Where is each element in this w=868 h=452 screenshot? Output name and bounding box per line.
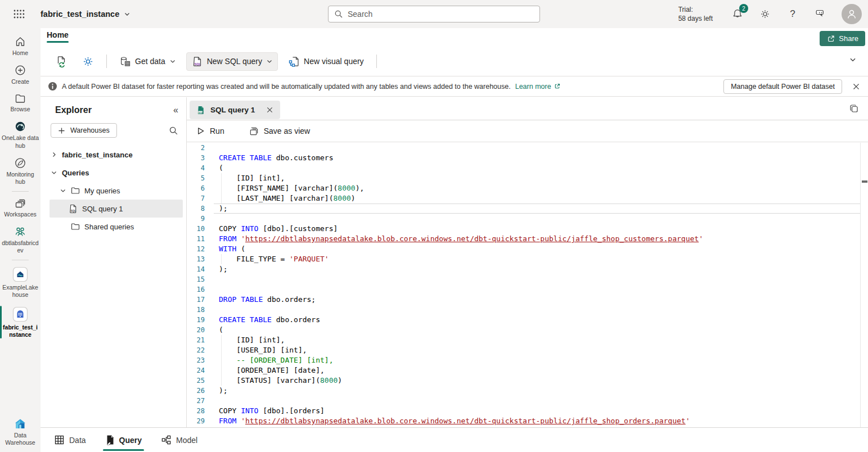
code-line-24[interactable]: 24 [ORDER_DATE] [date], <box>187 365 860 376</box>
get-data-button[interactable]: Get data <box>115 53 181 70</box>
gear-icon <box>759 8 771 20</box>
rail-item-onelake-data-hub[interactable]: OneLake data hub <box>0 116 41 152</box>
app-launcher-icon[interactable] <box>12 8 26 20</box>
play-icon <box>196 126 205 135</box>
bottom-tab-data[interactable]: Data <box>54 428 86 452</box>
rail-item-workspaces[interactable]: Workspaces <box>0 194 41 222</box>
rail-item-create[interactable]: Create <box>0 60 41 89</box>
code-line-27[interactable]: 27 <box>187 396 860 406</box>
chevron-down-icon <box>124 11 131 17</box>
rail-item-examplelakehouse[interactable]: ExampleLakehouse <box>0 263 41 302</box>
tree-item-warehouse-root[interactable]: fabric_test_instance <box>41 146 186 164</box>
code-line-10[interactable]: 10COPY INTO [dbo].[customers] <box>187 224 860 234</box>
get-data-icon <box>119 56 131 67</box>
code-line-26[interactable]: 26); <box>187 386 860 396</box>
avatar[interactable] <box>842 4 862 24</box>
learn-more-link[interactable]: Learn more <box>515 83 561 91</box>
rail-item-dbtlabsfabricdev[interactable]: dbtlabsfabricdev <box>0 222 41 257</box>
line-number: 5 <box>187 173 205 183</box>
code-line-4[interactable]: 4( <box>187 163 860 173</box>
toolbar-row: Get data SQL New SQL query New visual qu… <box>41 47 868 76</box>
code-line-6[interactable]: 6 [FIRST_NAME] [varchar](8000), <box>187 183 860 193</box>
feedback-button[interactable] <box>814 8 826 20</box>
refresh-button[interactable] <box>51 52 72 70</box>
grid-icon <box>54 435 65 445</box>
save-as-view-label: Save as view <box>264 126 310 135</box>
get-data-label: Get data <box>135 57 165 66</box>
code-line-28[interactable]: 28COPY INTO [dbo].[orders] <box>187 406 860 416</box>
code-line-18[interactable]: 18 <box>187 305 860 315</box>
notifications-button[interactable]: 2 <box>731 8 744 20</box>
banner-close-button[interactable] <box>850 80 862 93</box>
rail-item-label: Data Warehouse <box>2 432 39 446</box>
code-line-25[interactable]: 25 [STATUS] [varchar](8000) <box>187 376 860 386</box>
ribbon-expand-button[interactable] <box>849 56 857 64</box>
code-line-23[interactable]: 23 -- [ORDER_DATE] [int], <box>187 355 860 365</box>
save-as-view-button[interactable]: Save as view <box>249 126 310 136</box>
code-line-29[interactable]: 29FROM 'https://dbtlabsynapsedatalake.bl… <box>187 416 860 426</box>
rail-separator <box>12 260 29 260</box>
tab-home[interactable]: Home <box>47 30 69 39</box>
code-line-9[interactable]: 9 <box>187 214 860 224</box>
code-line-22[interactable]: 22 [USER_ID] [int], <box>187 345 860 355</box>
rail-item-home[interactable]: Home <box>0 31 41 60</box>
line-number: 17 <box>187 295 205 305</box>
code-line-7[interactable]: 7 [LAST_NAME] [varchar](8000) <box>187 193 860 204</box>
explorer-search-icon[interactable] <box>169 126 178 135</box>
code-line-20[interactable]: 20( <box>187 325 860 335</box>
sql-code-editor[interactable]: 23CREATE TABLE dbo.customers4(5 [ID] [in… <box>187 143 860 427</box>
new-visual-query-button[interactable]: New visual query <box>284 53 368 70</box>
code-line-3[interactable]: 3CREATE TABLE dbo.customers <box>187 153 860 163</box>
tree-item-my-queries[interactable]: My queries <box>41 182 186 200</box>
run-button[interactable]: Run <box>196 126 224 135</box>
rail-item-data-warehouse[interactable]: Data Warehouse <box>0 414 41 450</box>
monitoring-icon <box>14 157 26 169</box>
line-number: 16 <box>187 284 205 295</box>
tree-label: Queries <box>62 169 89 177</box>
settings-button[interactable] <box>759 8 771 20</box>
code-line-2[interactable]: 2 <box>187 143 860 153</box>
bottom-tab-query[interactable]: Query <box>105 428 142 452</box>
line-number: 7 <box>187 193 205 204</box>
warehouses-button[interactable]: Warehouses <box>51 123 117 138</box>
tab-sql-query-1[interactable]: SQL SQL query 1 <box>190 101 280 119</box>
code-line-11[interactable]: 11FROM 'https://dbtlabsynapsedatalake.bl… <box>187 234 860 244</box>
tree-item-shared-queries[interactable]: Shared queries <box>41 218 186 236</box>
query-settings-button[interactable] <box>78 53 98 70</box>
editor-overview-ruler[interactable] <box>860 143 868 427</box>
tree-item-sql-query-1[interactable]: SQL SQL query 1 <box>50 200 183 218</box>
tab-close-button[interactable] <box>264 105 275 115</box>
save-as-view-icon <box>249 126 259 136</box>
code-line-13[interactable]: 13 FILE_TYPE = 'PARQUET' <box>187 254 860 264</box>
svg-text:SQL: SQL <box>199 111 204 114</box>
code-line-5[interactable]: 5 [ID] [int], <box>187 173 860 183</box>
code-line-8[interactable]: 8); <box>187 204 860 214</box>
collapse-panel-icon[interactable]: « <box>173 105 178 115</box>
share-button[interactable]: Share <box>820 31 865 46</box>
chevron-down-icon <box>266 58 273 65</box>
code-line-21[interactable]: 21 [ID] [int], <box>187 335 860 345</box>
manage-default-dataset-button[interactable]: Manage default Power BI dataset <box>723 79 842 94</box>
info-icon <box>48 82 57 91</box>
copy-button[interactable] <box>849 103 860 114</box>
code-line-19[interactable]: 19CREATE TABLE dbo.orders <box>187 315 860 325</box>
tree-item-queries[interactable]: Queries <box>41 164 186 182</box>
rail-item-fabric-test-instance[interactable]: fabric_test_instance <box>0 302 41 342</box>
new-sql-query-button[interactable]: SQL New SQL query <box>186 52 278 71</box>
rail-item-monitoring-hub[interactable]: Monitoring hub <box>0 153 41 189</box>
ruler-cursor-mark[interactable] <box>862 180 867 183</box>
line-number: 10 <box>187 224 205 234</box>
code-line-16[interactable]: 16 <box>187 284 860 295</box>
workspace-switcher[interactable]: fabric_test_instance <box>41 0 131 28</box>
code-line-17[interactable]: 17DROP TABLE dbo.orders; <box>187 295 860 305</box>
bottom-tab-model[interactable]: Model <box>161 428 197 452</box>
line-number: 21 <box>187 335 205 345</box>
rail-item-browse[interactable]: Browse <box>0 89 41 116</box>
code-line-14[interactable]: 14); <box>187 264 860 274</box>
line-number: 27 <box>187 396 205 406</box>
help-button[interactable]: ? <box>786 8 799 20</box>
code-line-15[interactable]: 15 <box>187 274 860 284</box>
search-input[interactable]: Search <box>328 6 540 22</box>
close-icon <box>852 83 860 91</box>
code-line-12[interactable]: 12WITH ( <box>187 244 860 254</box>
